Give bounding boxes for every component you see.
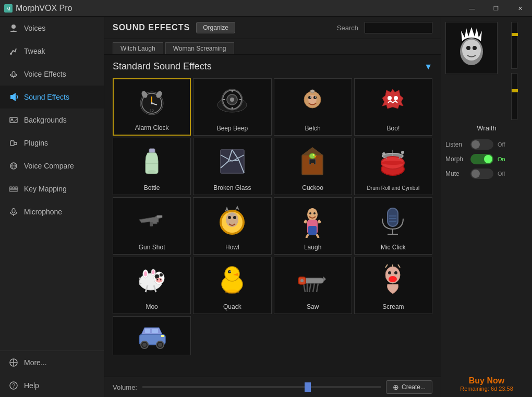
sound-item-saw[interactable]: Saw [274,257,352,314]
sound-item-broken-glass[interactable]: Broken Glass [193,138,271,195]
svg-point-18 [12,209,15,213]
sidebar-item-microphone[interactable]: Microphone [0,200,104,223]
sound-item-laugh[interactable]: Laugh [274,197,352,255]
sound-item-scream[interactable]: Scream [354,257,432,314]
svg-point-114 [225,290,239,294]
morph-toggle[interactable] [470,154,493,164]
svg-point-66 [309,153,316,159]
svg-point-117 [300,279,304,282]
car-icon [116,320,187,352]
sidebar-label-help: Help [24,381,39,390]
sidebar-item-voice-compare[interactable]: Voice Compare [0,154,104,177]
drum-roll-icon [358,141,429,183]
sound-item-moo[interactable]: Moo [113,257,191,314]
svg-rect-52 [146,163,158,164]
sidebar-item-plugins[interactable]: Plugins [0,131,104,154]
mute-state: Off [498,171,505,177]
mute-toggle-row: Mute Off [445,169,528,179]
alarm-clock-label: Alarm Clock [135,124,169,131]
sound-item-gun-shot[interactable]: Gun Shot [113,197,191,255]
sound-item-cuckoo[interactable]: Cuckoo [274,138,352,195]
sound-item-mic-click[interactable]: Mic Click [354,197,432,255]
app-title: MorphVOX Pro [16,4,72,13]
tab-witch-laugh[interactable]: Witch Laugh [113,42,163,54]
svg-point-67 [313,154,315,156]
sidebar-item-sound-effects[interactable]: Sound Effects [0,86,104,109]
saw-icon [277,260,348,301]
sidebar-item-backgrounds[interactable]: Backgrounds [0,109,104,131]
belch-icon [277,82,348,123]
sound-item-belch[interactable]: Belch [274,78,352,136]
svg-point-121 [389,276,397,282]
create-label: Create... [402,383,426,391]
avatar-name: Wraith [477,124,496,132]
voices-icon [8,23,19,33]
close-button[interactable]: ✕ [508,0,532,17]
svg-rect-123 [145,329,150,333]
listen-toggle[interactable] [470,139,493,150]
maximize-button[interactable]: ❐ [484,0,508,17]
sound-grid: 12 Alarm Clock [113,78,432,355]
sound-item-boo[interactable]: Boo! [354,78,432,136]
svg-rect-16 [15,187,18,189]
broken-glass-label: Broken Glass [213,184,251,191]
more-icon [8,357,19,368]
svg-point-3 [10,53,12,55]
mute-toggle[interactable] [470,169,493,179]
sound-item-car[interactable] [113,316,191,355]
svg-point-112 [228,270,231,273]
key-mapping-icon [8,184,19,194]
buy-now-label[interactable]: Buy Now [460,376,513,386]
sound-item-howl[interactable]: Howl [193,197,271,255]
howl-label: Howl [225,244,239,251]
volume-slider-thumb[interactable] [512,89,518,92]
create-button[interactable]: ⊕ Create... [386,380,432,394]
tabs-row: Witch Laugh Woman Screaming [104,39,441,55]
sound-item-quack[interactable]: Quack [193,257,271,314]
sidebar-item-tweak[interactable]: Tweak [0,40,104,63]
volume-slider-track[interactable] [511,73,517,120]
section-collapse-icon[interactable]: ▼ [424,62,432,71]
sidebar-item-more[interactable]: More... [0,351,104,374]
svg-point-73 [381,161,404,165]
sidebar-item-help[interactable]: ? Help [0,374,104,397]
minimize-button[interactable]: — [460,0,484,17]
organize-button[interactable]: Organize [196,22,235,33]
avatar-sliders [501,22,528,120]
svg-point-44 [308,96,311,99]
volume-bar: Volume: ⊕ Create... [104,377,441,397]
svg-rect-14 [9,187,12,189]
svg-rect-15 [13,187,15,189]
boo-icon [358,82,429,123]
sound-effects-content: Standard Sound Effects ▼ [104,55,441,377]
volume-slider[interactable] [142,386,381,388]
sound-item-drum-roll[interactable]: Drum Roll and Cymbal [354,138,432,195]
laugh-label: Laugh [304,244,321,251]
help-icon: ? [8,380,19,391]
morph-state: On [498,156,505,162]
search-input[interactable] [365,22,432,33]
sound-item-alarm-clock[interactable]: 12 Alarm Clock [113,78,191,136]
saw-label: Saw [307,303,319,310]
cuckoo-icon [277,141,348,182]
svg-rect-124 [152,329,158,333]
svg-point-119 [388,271,391,274]
mic-click-icon [358,201,429,242]
svg-rect-95 [389,218,396,219]
pitch-slider-thumb[interactable] [512,33,518,36]
sidebar-item-voices[interactable]: Voices [0,17,104,40]
pitch-slider-track[interactable] [511,22,517,69]
svg-point-103 [156,278,162,282]
sound-effects-title: SOUND EFFECTS [113,23,190,32]
tab-woman-screaming[interactable]: Woman Screaming [165,42,234,54]
sidebar-item-voice-effects[interactable]: Voice Effects [0,63,104,86]
bottle-icon [116,141,187,182]
sound-effects-header: SOUND EFFECTS Organize Search [104,17,441,39]
voice-effects-icon [8,69,19,79]
svg-text:?: ? [12,383,15,389]
sound-item-beep-beep[interactable]: Beep Beep [193,78,271,136]
sidebar-item-key-mapping[interactable]: Key Mapping [0,177,104,200]
svg-point-108 [144,271,147,276]
beep-beep-label: Beep Beep [217,125,248,132]
sound-item-bottle[interactable]: Bottle [113,138,191,195]
